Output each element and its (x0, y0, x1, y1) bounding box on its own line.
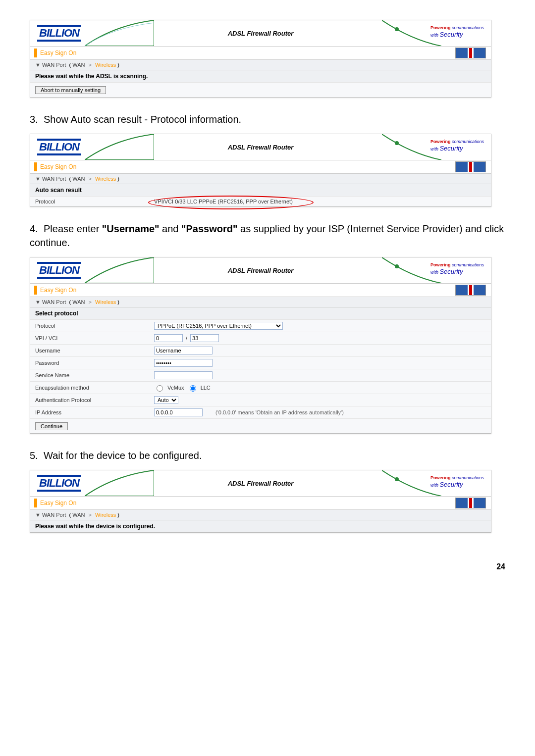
tagline: Powering communications with Security (430, 262, 484, 275)
router-header: BILLION ADSL Firewall Router Powering co… (30, 20, 491, 46)
row-service-name: Service Name (30, 369, 491, 381)
breadcrumb-wireless[interactable]: Wireless (95, 512, 116, 518)
svg-point-0 (395, 27, 399, 31)
select-protocol-banner: Select protocol (30, 307, 491, 319)
breadcrumb: ▼WAN Port ( WAN > Wireless ) (30, 173, 491, 184)
router-card-scanning: BILLION ADSL Firewall Router Powering co… (30, 20, 491, 98)
protocol-value: VPI/VCI 0/33 LLC PPPoE (RFC2516, PPP ove… (154, 199, 293, 204)
brand-logo: BILLION (37, 262, 81, 279)
protocol-row: Protocol VPI/VCI 0/33 LLC PPPoE (RFC2516… (30, 196, 491, 206)
accent-bar (34, 49, 37, 57)
router-card-select-protocol: BILLION ADSL Firewall Router Powering co… (30, 257, 491, 434)
flag-icon (455, 285, 486, 296)
router-title: ADSL Firewall Router (228, 267, 294, 274)
row-protocol: Protocol PPPoE (RFC2516, PPP over Ethern… (30, 319, 491, 332)
breadcrumb-wireless[interactable]: Wireless (95, 299, 116, 305)
accent-bar (34, 162, 37, 171)
router-card-configuring: BILLION ADSL Firewall Router Powering co… (30, 470, 491, 533)
tagline: Powering communications with Security (430, 25, 484, 38)
router-title: ADSL Firewall Router (228, 30, 294, 37)
tagline: Powering communications with Security (430, 139, 484, 152)
router-card-scan-result: BILLION ADSL Firewall Router Powering co… (30, 134, 491, 207)
row-encapsulation: Encapsulation method VcMux LLC (30, 381, 491, 394)
swoosh-decoration (85, 20, 154, 46)
accent-bar (34, 499, 37, 507)
flag-icon (455, 48, 486, 58)
step-5-text: 5.Wait for the device to be configured. (30, 449, 505, 462)
auth-select[interactable]: Auto (154, 396, 178, 404)
subheader: Easy Sign On (30, 160, 491, 173)
protocol-select[interactable]: PPPoE (RFC2516, PPP over Ethernet) (154, 322, 283, 330)
swoosh-decoration (85, 134, 154, 160)
router-title: ADSL Firewall Router (228, 144, 294, 151)
ip-input[interactable] (154, 408, 203, 416)
subheader: Easy Sign On (30, 283, 491, 297)
subheader-text: Easy Sign On (40, 50, 76, 56)
scanning-banner: Please wait while the ADSL is scanning. (30, 70, 491, 82)
button-row: Abort to manually setting (30, 82, 491, 97)
row-password: Password (30, 356, 491, 369)
router-header: BILLION ADSL Firewall Router Powering co… (30, 134, 491, 160)
svg-point-3 (395, 477, 399, 481)
scan-result-banner: Auto scan result (30, 184, 491, 196)
router-header: BILLION ADSL Firewall Router Powering co… (30, 257, 491, 283)
flag-icon (455, 161, 486, 172)
subheader: Easy Sign On (30, 496, 491, 509)
password-input[interactable] (154, 359, 213, 367)
tagline: Powering communications with Security (430, 475, 484, 488)
ip-hint: ('0.0.0.0' means 'Obtain an IP address a… (215, 409, 344, 415)
vpi-input[interactable] (154, 334, 183, 342)
svg-point-2 (395, 264, 399, 268)
protocol-label: Protocol (35, 199, 154, 204)
step-4-text: 4.Please enter "Username" and "Password"… (30, 222, 505, 250)
abort-button[interactable]: Abort to manually setting (35, 86, 106, 94)
configuring-banner: Please wait while the device is configur… (30, 520, 491, 532)
subheader: Easy Sign On (30, 46, 491, 59)
swoosh-decoration (85, 257, 154, 283)
router-header: BILLION ADSL Firewall Router Powering co… (30, 470, 491, 496)
breadcrumb-wireless[interactable]: Wireless (95, 62, 116, 68)
router-title: ADSL Firewall Router (228, 480, 294, 487)
svg-point-1 (395, 141, 399, 145)
breadcrumb: ▼WAN Port ( WAN > Wireless ) (30, 297, 491, 307)
continue-button[interactable]: Continue (35, 422, 68, 430)
accent-bar (34, 286, 37, 295)
service-name-input[interactable] (154, 371, 213, 379)
button-row: Continue (30, 418, 491, 433)
row-ip: IP Address ('0.0.0.0' means 'Obtain an I… (30, 406, 491, 418)
vci-input[interactable] (190, 334, 219, 342)
breadcrumb: ▼WAN Port ( WAN > Wireless ) (30, 509, 491, 520)
username-input[interactable] (154, 347, 213, 354)
llc-radio[interactable] (190, 385, 196, 392)
row-auth: Authentication Protocol Auto (30, 394, 491, 406)
brand-logo: BILLION (37, 475, 81, 492)
step-3-text: 3.Show Auto scan result - Protocol infor… (30, 112, 505, 126)
brand-logo: BILLION (37, 25, 81, 42)
row-username: Username (30, 344, 491, 356)
swoosh-decoration (85, 470, 154, 496)
row-vpi-vci: VPI / VCI / (30, 332, 491, 344)
breadcrumb: ▼WAN Port ( WAN > Wireless ) (30, 59, 491, 70)
page-number: 24 (30, 562, 505, 571)
vcmux-radio[interactable] (157, 385, 163, 392)
brand-logo: BILLION (37, 139, 81, 155)
flag-icon (455, 498, 486, 508)
breadcrumb-wireless[interactable]: Wireless (95, 176, 116, 182)
